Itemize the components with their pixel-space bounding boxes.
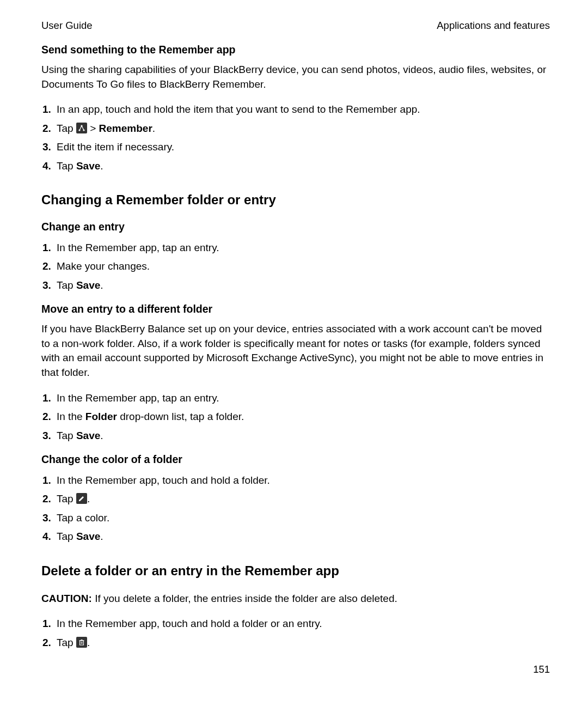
list-item: 1.In the Remember app, touch and hold a … xyxy=(42,472,550,488)
section2-title: Changing a Remember folder or entry xyxy=(41,192,550,208)
header-left: User Guide xyxy=(41,20,93,32)
page-number: 151 xyxy=(533,664,550,675)
section2-sub2-steps: 1.In the Remember app, tap an entry. 2.I… xyxy=(41,390,550,443)
list-item: 1.In the Remember app, touch and hold a … xyxy=(42,616,550,631)
section2-sub2-para: If you have BlackBerry Balance set up on… xyxy=(41,322,550,380)
section2-sub3-title: Change the color of a folder xyxy=(41,453,550,466)
section1-para: Using the sharing capabilities of your B… xyxy=(41,63,550,92)
list-item: 3.Tap Save. xyxy=(42,277,550,293)
svg-line-4 xyxy=(82,126,84,130)
list-item: 1.In the Remember app, tap an entry. xyxy=(42,390,550,406)
section2-sub2-title: Move an entry to a different folder xyxy=(41,303,550,315)
list-item: 2.Tap . xyxy=(42,491,550,507)
list-item: 2.Tap . xyxy=(42,635,550,650)
list-item: 2.Make your changes. xyxy=(42,258,550,274)
page-header: User Guide Applications and features xyxy=(41,20,550,32)
section2-sub1-title: Change an entry xyxy=(41,221,550,233)
list-item: 2.In the Folder drop-down list, tap a fo… xyxy=(42,409,550,424)
section2-sub1-steps: 1.In the Remember app, tap an entry. 2.M… xyxy=(41,240,550,293)
list-item: 3.Tap a color. xyxy=(42,510,550,526)
list-item: 3.Edit the item if necessary. xyxy=(42,139,550,155)
header-right: Applications and features xyxy=(437,20,550,32)
list-item: 4.Tap Save. xyxy=(42,158,550,174)
section1-title: Send something to the Remember app xyxy=(41,44,550,56)
section1-steps: 1.In an app, touch and hold the item tha… xyxy=(41,101,550,174)
list-item: 2.Tap > Remember. xyxy=(42,120,550,136)
edit-icon xyxy=(76,493,87,504)
svg-rect-5 xyxy=(79,641,83,645)
share-icon xyxy=(76,123,87,133)
list-item: 3.Tap Save. xyxy=(42,428,550,443)
section2-sub3-steps: 1.In the Remember app, touch and hold a … xyxy=(41,472,550,545)
list-item: 4.Tap Save. xyxy=(42,528,550,544)
section3-steps: 1.In the Remember app, touch and hold a … xyxy=(41,616,550,650)
section3-para: CAUTION: If you delete a folder, the ent… xyxy=(41,592,550,606)
list-item: 1.In an app, touch and hold the item tha… xyxy=(42,101,550,117)
svg-line-3 xyxy=(79,126,82,130)
list-item: 1.In the Remember app, tap an entry. xyxy=(42,240,550,255)
trash-icon xyxy=(76,637,87,648)
section3-title: Delete a folder or an entry in the Remem… xyxy=(41,563,550,579)
